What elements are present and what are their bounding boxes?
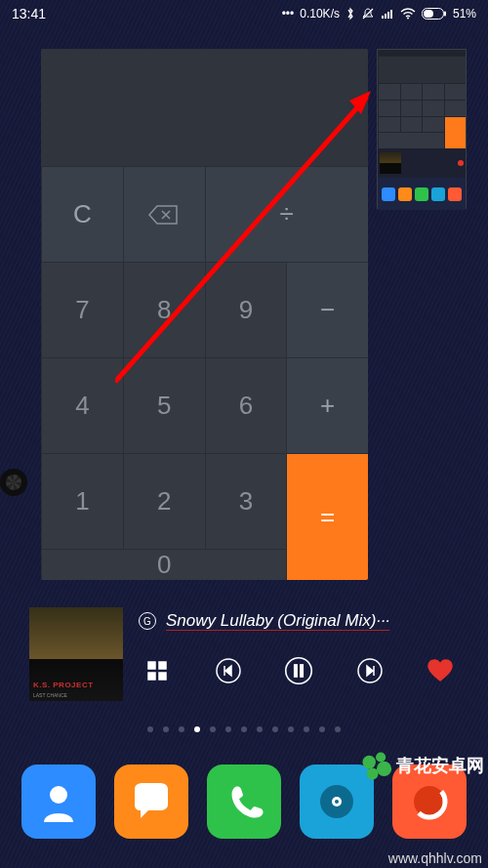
album-art[interactable]: K.S. PROJECT LAST CHANCE <box>29 607 123 701</box>
calc-equals[interactable]: = <box>286 453 368 580</box>
page-dot[interactable] <box>257 726 263 732</box>
wifi-icon <box>400 8 416 20</box>
screenshot-thumbnail[interactable] <box>377 49 467 209</box>
signal-icon <box>381 8 394 20</box>
page-dot[interactable] <box>210 726 216 732</box>
svg-point-23 <box>335 800 339 804</box>
status-time: 13:41 <box>12 6 46 21</box>
next-button[interactable] <box>355 656 385 685</box>
page-dot[interactable] <box>288 726 294 732</box>
svg-rect-11 <box>148 662 155 669</box>
svg-rect-17 <box>295 665 298 677</box>
calc-7[interactable]: 7 <box>41 262 123 357</box>
svg-point-5 <box>407 18 409 20</box>
camera-shutter-icon[interactable] <box>0 469 27 496</box>
calc-divide[interactable]: ÷ <box>205 166 369 262</box>
svg-rect-3 <box>387 12 389 19</box>
calc-0[interactable]: 0 <box>41 549 286 580</box>
netease-icon: G <box>139 612 156 630</box>
dnd-icon <box>361 7 375 21</box>
favorite-button[interactable] <box>426 656 455 685</box>
svg-rect-4 <box>390 10 392 19</box>
watermark-brand: 青花安卓网 <box>359 749 484 782</box>
page-dot[interactable] <box>241 726 247 732</box>
battery-pct: 51% <box>453 7 476 21</box>
page-dot[interactable] <box>225 726 231 732</box>
svg-rect-13 <box>148 673 155 680</box>
watermark-url: www.qhhlv.com <box>388 850 482 866</box>
calc-display <box>41 49 368 166</box>
status-speed: 0.10K/s <box>300 7 340 21</box>
song-title[interactable]: Snowy Lullaby (Original Mix)··· <box>166 611 390 631</box>
phone-app[interactable] <box>207 765 281 839</box>
calc-5[interactable]: 5 <box>123 357 205 453</box>
calc-backspace[interactable] <box>123 166 205 262</box>
page-dot[interactable] <box>179 726 184 732</box>
page-dot[interactable] <box>319 726 325 732</box>
page-dot[interactable] <box>147 726 153 732</box>
svg-rect-1 <box>382 16 384 19</box>
svg-point-16 <box>286 658 311 683</box>
battery-icon <box>422 8 447 20</box>
calc-2[interactable]: 2 <box>123 453 205 549</box>
calc-4[interactable]: 4 <box>41 357 123 453</box>
calc-clear[interactable]: C <box>41 166 123 262</box>
prev-button[interactable] <box>214 656 243 685</box>
page-indicator[interactable] <box>0 726 488 732</box>
calc-plus[interactable]: + <box>286 357 368 453</box>
svg-rect-8 <box>424 10 433 18</box>
svg-point-29 <box>367 768 379 780</box>
music-widget: K.S. PROJECT LAST CHANCE G Snowy Lullaby… <box>29 607 459 709</box>
bluetooth-icon <box>346 7 355 21</box>
svg-rect-12 <box>159 662 166 669</box>
messaging-app[interactable] <box>114 765 188 839</box>
page-dot[interactable] <box>272 726 278 732</box>
calc-3[interactable]: 3 <box>205 453 287 549</box>
status-dots: ••• <box>282 7 295 21</box>
svg-point-26 <box>362 756 376 769</box>
contacts-app[interactable] <box>21 765 96 839</box>
watermark-logo-icon <box>359 749 392 782</box>
album-sub: LAST CHANCE <box>33 692 67 698</box>
page-dot[interactable] <box>335 726 341 732</box>
page-dot[interactable] <box>304 726 309 732</box>
calculator-app-preview[interactable]: C ÷ 7 8 9 − 4 5 6 + 1 2 3 = 0 <box>41 49 368 580</box>
page-dot[interactable] <box>194 726 200 732</box>
calc-minus[interactable]: − <box>286 262 368 357</box>
page-dot[interactable] <box>163 726 169 732</box>
svg-rect-7 <box>444 12 446 17</box>
calc-9[interactable]: 9 <box>205 262 287 357</box>
pause-button[interactable] <box>284 656 313 685</box>
svg-point-28 <box>377 762 391 776</box>
album-artist: K.S. PROJECT <box>33 681 94 689</box>
svg-point-27 <box>376 752 386 762</box>
status-right: ••• 0.10K/s 51% <box>282 7 476 21</box>
calc-8[interactable]: 8 <box>123 262 205 357</box>
svg-rect-2 <box>385 14 386 19</box>
calc-1[interactable]: 1 <box>41 453 123 549</box>
svg-rect-18 <box>301 665 304 677</box>
svg-point-20 <box>50 786 67 804</box>
calc-6[interactable]: 6 <box>205 357 287 453</box>
svg-rect-14 <box>159 673 166 680</box>
playlist-button[interactable] <box>142 656 172 685</box>
